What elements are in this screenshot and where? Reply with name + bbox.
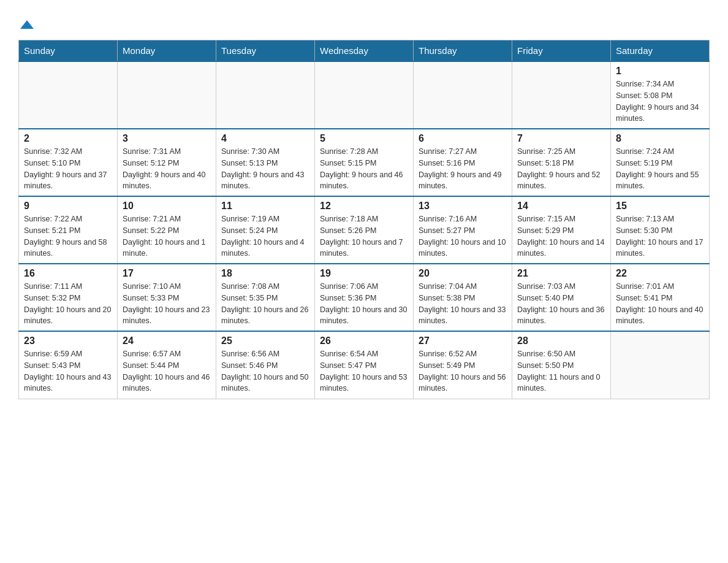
day-info: Sunrise: 7:28 AMSunset: 5:15 PMDaylight:…: [320, 146, 408, 192]
calendar-table: SundayMondayTuesdayWednesdayThursdayFrid…: [18, 40, 710, 399]
day-info: Sunrise: 7:10 AMSunset: 5:33 PMDaylight:…: [123, 281, 211, 327]
day-number: 10: [123, 201, 211, 212]
day-info: Sunrise: 7:25 AMSunset: 5:18 PMDaylight:…: [517, 146, 605, 192]
day-info: Sunrise: 7:18 AMSunset: 5:26 PMDaylight:…: [320, 213, 408, 259]
week-row-2: 2Sunrise: 7:32 AMSunset: 5:10 PMDaylight…: [19, 129, 710, 196]
calendar-cell: 17Sunrise: 7:10 AMSunset: 5:33 PMDayligh…: [118, 264, 216, 331]
day-info: Sunrise: 7:32 AMSunset: 5:10 PMDaylight:…: [24, 146, 112, 192]
day-number: 17: [123, 268, 211, 279]
calendar-cell: 12Sunrise: 7:18 AMSunset: 5:26 PMDayligh…: [315, 196, 414, 264]
weekday-header-row: SundayMondayTuesdayWednesdayThursdayFrid…: [19, 40, 710, 62]
day-info: Sunrise: 7:21 AMSunset: 5:22 PMDaylight:…: [123, 213, 211, 259]
weekday-header-sunday: Sunday: [19, 40, 118, 62]
calendar-cell: 26Sunrise: 6:54 AMSunset: 5:47 PMDayligh…: [315, 331, 414, 399]
calendar-cell: 21Sunrise: 7:03 AMSunset: 5:40 PMDayligh…: [512, 264, 611, 331]
day-number: 19: [320, 268, 408, 279]
calendar-cell: 8Sunrise: 7:24 AMSunset: 5:19 PMDaylight…: [611, 129, 710, 196]
day-number: 9: [24, 201, 112, 212]
day-number: 6: [419, 133, 507, 144]
calendar-cell: [216, 61, 315, 129]
weekday-header-friday: Friday: [512, 40, 611, 62]
day-number: 18: [221, 268, 309, 279]
calendar-cell: 18Sunrise: 7:08 AMSunset: 5:35 PMDayligh…: [216, 264, 315, 331]
calendar-cell: 28Sunrise: 6:50 AMSunset: 5:50 PMDayligh…: [512, 331, 611, 399]
day-info: Sunrise: 7:01 AMSunset: 5:41 PMDaylight:…: [616, 281, 704, 327]
day-number: 14: [517, 201, 605, 212]
day-info: Sunrise: 6:52 AMSunset: 5:49 PMDaylight:…: [419, 348, 507, 394]
logo: [18, 12, 34, 34]
calendar-cell: [414, 61, 512, 129]
day-number: 15: [616, 201, 704, 212]
day-info: Sunrise: 7:04 AMSunset: 5:38 PMDaylight:…: [419, 281, 507, 327]
day-number: 4: [221, 133, 309, 144]
calendar-cell: [611, 331, 710, 399]
weekday-header-thursday: Thursday: [414, 40, 512, 62]
weekday-header-saturday: Saturday: [611, 40, 710, 62]
page-header: [18, 12, 710, 34]
day-info: Sunrise: 7:34 AMSunset: 5:08 PMDaylight:…: [616, 79, 704, 124]
day-number: 5: [320, 133, 408, 144]
calendar-cell: 2Sunrise: 7:32 AMSunset: 5:10 PMDaylight…: [19, 129, 118, 196]
calendar-cell: 11Sunrise: 7:19 AMSunset: 5:24 PMDayligh…: [216, 196, 315, 264]
day-info: Sunrise: 7:11 AMSunset: 5:32 PMDaylight:…: [24, 281, 112, 327]
logo-triangle-icon: [20, 18, 34, 31]
day-info: Sunrise: 6:56 AMSunset: 5:46 PMDaylight:…: [221, 348, 309, 394]
day-number: 12: [320, 201, 408, 212]
day-info: Sunrise: 6:54 AMSunset: 5:47 PMDaylight:…: [320, 348, 408, 394]
weekday-header-wednesday: Wednesday: [315, 40, 414, 62]
calendar-cell: 14Sunrise: 7:15 AMSunset: 5:29 PMDayligh…: [512, 196, 611, 264]
calendar-cell: [512, 61, 611, 129]
week-row-5: 23Sunrise: 6:59 AMSunset: 5:43 PMDayligh…: [19, 331, 710, 399]
day-info: Sunrise: 7:13 AMSunset: 5:30 PMDaylight:…: [616, 213, 704, 259]
day-info: Sunrise: 7:08 AMSunset: 5:35 PMDaylight:…: [221, 281, 309, 327]
calendar-cell: [118, 61, 216, 129]
day-number: 1: [616, 66, 704, 77]
day-info: Sunrise: 7:31 AMSunset: 5:12 PMDaylight:…: [123, 146, 211, 192]
day-info: Sunrise: 7:03 AMSunset: 5:40 PMDaylight:…: [517, 281, 605, 327]
day-number: 22: [616, 268, 704, 279]
calendar-cell: 24Sunrise: 6:57 AMSunset: 5:44 PMDayligh…: [118, 331, 216, 399]
calendar-cell: 10Sunrise: 7:21 AMSunset: 5:22 PMDayligh…: [118, 196, 216, 264]
day-number: 24: [123, 335, 211, 347]
day-number: 20: [419, 268, 507, 279]
calendar-cell: 19Sunrise: 7:06 AMSunset: 5:36 PMDayligh…: [315, 264, 414, 331]
day-number: 2: [24, 133, 112, 144]
day-number: 27: [419, 335, 507, 347]
calendar-cell: 27Sunrise: 6:52 AMSunset: 5:49 PMDayligh…: [414, 331, 512, 399]
day-info: Sunrise: 7:30 AMSunset: 5:13 PMDaylight:…: [221, 146, 309, 192]
calendar-cell: 4Sunrise: 7:30 AMSunset: 5:13 PMDaylight…: [216, 129, 315, 196]
day-info: Sunrise: 7:22 AMSunset: 5:21 PMDaylight:…: [24, 213, 112, 259]
calendar-cell: [315, 61, 414, 129]
day-number: 3: [123, 133, 211, 144]
calendar-cell: 25Sunrise: 6:56 AMSunset: 5:46 PMDayligh…: [216, 331, 315, 399]
day-info: Sunrise: 6:59 AMSunset: 5:43 PMDaylight:…: [24, 348, 112, 394]
day-info: Sunrise: 7:16 AMSunset: 5:27 PMDaylight:…: [419, 213, 507, 259]
calendar-cell: [19, 61, 118, 129]
day-number: 28: [517, 335, 605, 347]
calendar-cell: 15Sunrise: 7:13 AMSunset: 5:30 PMDayligh…: [611, 196, 710, 264]
week-row-4: 16Sunrise: 7:11 AMSunset: 5:32 PMDayligh…: [19, 264, 710, 331]
calendar-cell: 5Sunrise: 7:28 AMSunset: 5:15 PMDaylight…: [315, 129, 414, 196]
day-number: 21: [517, 268, 605, 279]
calendar-cell: 23Sunrise: 6:59 AMSunset: 5:43 PMDayligh…: [19, 331, 118, 399]
day-info: Sunrise: 6:57 AMSunset: 5:44 PMDaylight:…: [123, 348, 211, 394]
day-info: Sunrise: 6:50 AMSunset: 5:50 PMDaylight:…: [517, 348, 605, 394]
day-number: 7: [517, 133, 605, 144]
calendar-cell: 9Sunrise: 7:22 AMSunset: 5:21 PMDaylight…: [19, 196, 118, 264]
day-info: Sunrise: 7:06 AMSunset: 5:36 PMDaylight:…: [320, 281, 408, 327]
day-number: 11: [221, 201, 309, 212]
day-number: 13: [419, 201, 507, 212]
weekday-header-tuesday: Tuesday: [216, 40, 315, 62]
calendar-cell: 20Sunrise: 7:04 AMSunset: 5:38 PMDayligh…: [414, 264, 512, 331]
svg-marker-0: [20, 20, 34, 29]
calendar-cell: 13Sunrise: 7:16 AMSunset: 5:27 PMDayligh…: [414, 196, 512, 264]
day-number: 8: [616, 133, 704, 144]
week-row-1: 1Sunrise: 7:34 AMSunset: 5:08 PMDaylight…: [19, 61, 710, 129]
calendar-cell: 22Sunrise: 7:01 AMSunset: 5:41 PMDayligh…: [611, 264, 710, 331]
day-number: 16: [24, 268, 112, 279]
calendar-cell: 7Sunrise: 7:25 AMSunset: 5:18 PMDaylight…: [512, 129, 611, 196]
calendar-cell: 3Sunrise: 7:31 AMSunset: 5:12 PMDaylight…: [118, 129, 216, 196]
day-number: 23: [24, 335, 112, 347]
calendar-cell: 16Sunrise: 7:11 AMSunset: 5:32 PMDayligh…: [19, 264, 118, 331]
day-info: Sunrise: 7:24 AMSunset: 5:19 PMDaylight:…: [616, 146, 704, 192]
